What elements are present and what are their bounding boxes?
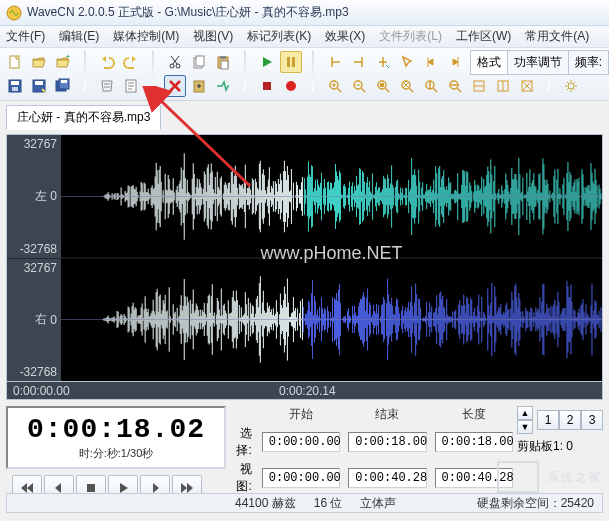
svg-rect-4 [12,87,18,91]
range-label-selection: 选择: [236,425,254,459]
sel-end-value[interactable]: 0:00:18.00 [348,432,426,452]
save-as-button[interactable] [28,75,50,97]
waveform-area[interactable]: 32767 左 0 -32768 32767 右 0 -32768 www.pH… [6,134,603,382]
document-tab[interactable]: 庄心妍 - 真的不容易.mp3 [6,105,161,130]
mix-paste-button[interactable] [188,75,210,97]
marker-prev-button[interactable] [324,51,346,73]
amp-max-right: 32767 [24,261,57,275]
crop-button[interactable] [212,75,234,97]
undo-button[interactable] [96,51,118,73]
page-up-button[interactable]: ▲ [517,406,533,420]
amp-zero-right: 0 [50,313,57,327]
ruler-time-start: 0:00:00.00 [13,384,70,398]
statusbar: 44100 赫兹 16 位 立体声 硬盘剩余空间：25420 [6,493,603,513]
zoom-v-out-button[interactable] [444,75,466,97]
svg-rect-20 [292,57,295,67]
copy-button[interactable] [188,51,210,73]
save-all-button[interactable] [52,75,74,97]
cut-button[interactable] [164,51,186,73]
page-down-button[interactable]: ▼ [517,420,533,434]
ruler-time-mid: 0:00:20.14 [279,384,336,398]
time-value: 0:00:18.02 [20,414,212,445]
history-button[interactable] [96,75,118,97]
amp-zero-left: 0 [50,189,57,203]
open-button[interactable] [28,51,50,73]
menu-effects[interactable]: 效果(X) [325,28,365,45]
view-end-value[interactable]: 0:00:40.28 [348,468,426,488]
sel-length-value[interactable]: 0:00:18.00 [435,432,513,452]
marker-add-button[interactable] [372,51,394,73]
pause-button[interactable] [280,51,302,73]
zoom-out-button[interactable] [348,75,370,97]
zoom-sel-button[interactable] [372,75,394,97]
zoom-fit-button[interactable] [396,75,418,97]
marker-next-button[interactable] [348,51,370,73]
amp-max-left: 32767 [24,137,57,151]
zoom-in-button[interactable] [324,75,346,97]
cursor-button[interactable] [396,51,418,73]
time-unit: 时:分:秒:1/30秒 [20,446,212,461]
tab-format[interactable]: 格式 [470,50,508,75]
watermark: www.pHome.NET [260,243,402,264]
svg-rect-19 [287,57,290,67]
menu-marklist[interactable]: 标记列表(K) [247,28,311,45]
channel-left-label: 左 [35,188,47,205]
svg-rect-17 [221,61,228,69]
sel-end-button[interactable] [444,51,466,73]
app-icon [6,5,22,21]
range-grid: 开始 结束 长度 选择: 0:00:00.00 0:00:18.00 0:00:… [236,406,513,495]
settings-button[interactable] [560,75,582,97]
menu-edit[interactable]: 编辑(E) [59,28,99,45]
paste-button[interactable] [212,51,234,73]
svg-point-11 [170,64,174,68]
amp-min-left: -32768 [20,242,57,256]
menu-file[interactable]: 文件(F) [6,28,45,45]
play-button[interactable] [256,51,278,73]
svg-rect-1121 [87,484,95,492]
menu-workspace[interactable]: 工作区(W) [456,28,511,45]
waveform-canvas[interactable]: www.pHome.NET [61,135,602,381]
zoom-reset-button[interactable] [516,75,538,97]
status-diskspace: 硬盘剩余空间：25420 [477,495,594,512]
range-header-length: 长度 [435,406,513,423]
zoom-v-in-button[interactable] [420,75,442,97]
page-2-button[interactable]: 2 [559,410,581,430]
titlebar: WaveCN 2.0.0.5 正式版 - G:\Music\庄心妍 - 真的不容… [0,0,609,26]
status-bitdepth: 16 位 [314,495,343,512]
menu-filelist[interactable]: 文件列表(L) [379,28,442,45]
svg-point-35 [568,83,574,89]
amplitude-gutter: 32767 左 0 -32768 32767 右 0 -32768 [7,135,61,381]
zoom-full-button[interactable] [492,75,514,97]
status-samplerate: 44100 赫兹 [235,495,296,512]
svg-rect-9 [61,80,67,83]
page-3-button[interactable]: 3 [581,410,603,430]
view-start-value[interactable]: 0:00:00.00 [262,468,340,488]
page-1-button[interactable]: 1 [537,410,559,430]
new-button[interactable] [4,51,26,73]
time-ruler[interactable]: 0:00:00.00 0:00:20.14 [6,382,603,400]
menu-media-control[interactable]: 媒体控制(M) [113,28,179,45]
properties-button[interactable] [120,75,142,97]
save-button[interactable] [4,75,26,97]
menu-view[interactable]: 视图(V) [193,28,233,45]
time-display: 0:00:18.02 时:分:秒:1/30秒 [6,406,226,469]
svg-point-22 [286,81,296,91]
sel-start-button[interactable] [420,51,442,73]
menu-common-files[interactable]: 常用文件(A) [525,28,589,45]
side-tabs: 格式 功率调节 频率: [471,50,609,75]
stop-button[interactable] [256,75,278,97]
page-stepper: ▲ ▼ [517,406,533,434]
tab-freq[interactable]: 频率: [568,50,609,75]
redo-button[interactable] [120,51,142,73]
corner-watermark: 系统之家 [497,461,603,493]
delete-button[interactable] [164,75,186,97]
tab-power[interactable]: 功率调节 [507,50,569,75]
svg-rect-14 [196,56,204,66]
channel-right-label: 右 [35,311,47,328]
zoom-v-fit-button[interactable] [468,75,490,97]
record-button[interactable] [280,75,302,97]
open-recent-button[interactable] [52,51,74,73]
right-panel: ▲ ▼ 1 2 3 剪贴板1: 0 [517,406,603,455]
svg-rect-6 [35,81,43,85]
sel-start-value[interactable]: 0:00:00.00 [262,432,340,452]
